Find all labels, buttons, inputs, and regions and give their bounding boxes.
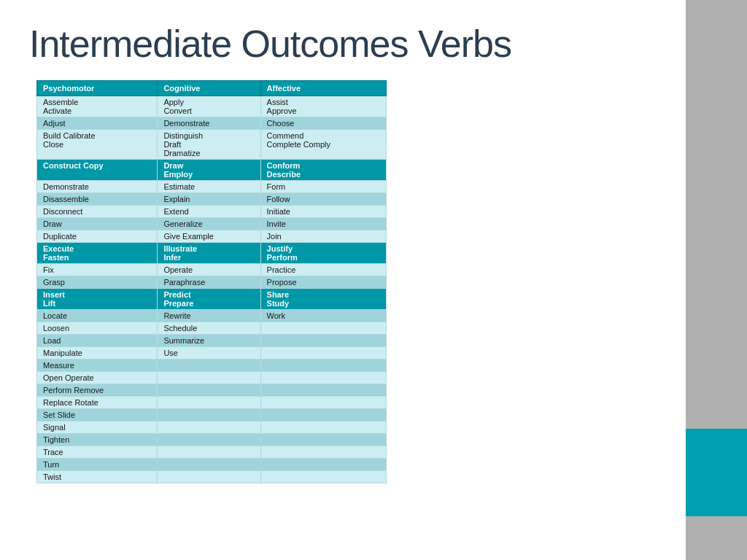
table-row: Construct CopyDrawEmployConformDescribe	[37, 160, 387, 181]
table-cell: Join	[260, 230, 386, 243]
page-title: Intermediate Outcomes Verbs	[29, 22, 657, 66]
table-row: DisconnectExtendInitiate	[37, 206, 387, 218]
table-cell: Operate	[158, 264, 260, 276]
table-row: AssembleActivateApplyConvertAssistApprov…	[37, 96, 387, 117]
table-cell: ShareStudy	[260, 289, 386, 310]
table-cell: Twist	[37, 471, 158, 483]
table-row: GraspParaphrasePropose	[37, 276, 387, 289]
table-cell: Extend	[158, 206, 260, 218]
table-row: DrawGeneralizeInvite	[37, 218, 387, 230]
table-cell: Rewrite	[158, 310, 260, 322]
outcomes-table: Psychomotor Cognitive Affective Assemble…	[36, 80, 387, 483]
table-cell: Tighten	[37, 434, 158, 446]
table-cell: Demonstrate	[158, 117, 260, 130]
table-cell: JustifyPerform	[260, 243, 386, 264]
table-cell: Schedule	[158, 322, 260, 335]
table-row: DemonstrateEstimateForm	[37, 181, 387, 193]
table-row: Twist	[37, 471, 387, 483]
table-cell: Invite	[260, 218, 386, 230]
table-cell: ExecuteFasten	[37, 243, 158, 264]
table-cell: Propose	[260, 276, 386, 289]
table-cell	[158, 434, 260, 446]
table-cell: Disassemble	[37, 193, 158, 206]
table-cell	[158, 384, 260, 397]
table-cell: ApplyConvert	[158, 96, 260, 117]
table-cell	[158, 446, 260, 459]
table-cell: Build CalibrateClose	[37, 130, 158, 160]
table-row: ExecuteFastenIllustrateInferJustifyPerfo…	[37, 243, 387, 264]
table-cell	[260, 347, 386, 359]
table-cell	[260, 397, 386, 409]
table-row: Signal	[37, 421, 387, 434]
table-cell	[158, 471, 260, 483]
table-row: ManipulateUse	[37, 347, 387, 359]
table-cell	[260, 372, 386, 384]
table-row: Trace	[37, 446, 387, 459]
table-cell: Locate	[37, 310, 158, 322]
table-cell: CommendComplete Comply	[260, 130, 386, 160]
table-cell: Open Operate	[37, 372, 158, 384]
table-cell	[260, 434, 386, 446]
table-container: Psychomotor Cognitive Affective Assemble…	[29, 80, 657, 483]
table-cell	[260, 322, 386, 335]
table-cell: ConformDescribe	[260, 160, 386, 181]
table-cell: Explain	[158, 193, 260, 206]
table-row: InsertLiftPredictPrepareShareStudy	[37, 289, 387, 310]
header-cognitive: Cognitive	[158, 81, 260, 96]
table-cell: Disconnect	[37, 206, 158, 218]
table-cell: Signal	[37, 421, 158, 434]
table-cell: Construct Copy	[37, 160, 158, 181]
table-cell: AssistApprove	[260, 96, 386, 117]
table-cell: Adjust	[37, 117, 158, 130]
table-cell	[158, 409, 260, 421]
table-cell	[158, 397, 260, 409]
table-cell: Turn	[37, 459, 158, 471]
table-row: DisassembleExplainFollow	[37, 193, 387, 206]
table-cell: Draw	[37, 218, 158, 230]
table-row: DuplicateGive ExampleJoin	[37, 230, 387, 243]
table-cell: Trace	[37, 446, 158, 459]
table-cell: Loosen	[37, 322, 158, 335]
table-cell: PredictPrepare	[158, 289, 260, 310]
table-cell	[260, 335, 386, 347]
table-row: AdjustDemonstrateChoose	[37, 117, 387, 130]
table-row: Measure	[37, 359, 387, 372]
table-cell	[260, 421, 386, 434]
table-row: LocateRewriteWork	[37, 310, 387, 322]
header-affective: Affective	[260, 81, 386, 96]
table-cell: Choose	[260, 117, 386, 130]
table-cell: Practice	[260, 264, 386, 276]
table-cell	[260, 446, 386, 459]
table-cell	[260, 471, 386, 483]
table-header-row: Psychomotor Cognitive Affective	[37, 81, 387, 96]
table-cell: Manipulate	[37, 347, 158, 359]
table-cell: InsertLift	[37, 289, 158, 310]
sidebar	[686, 0, 747, 560]
table-cell: Perform Remove	[37, 384, 158, 397]
table-cell	[260, 359, 386, 372]
table-cell: IllustrateInfer	[158, 243, 260, 264]
table-cell: Work	[260, 310, 386, 322]
table-cell: Replace Rotate	[37, 397, 158, 409]
table-cell: Grasp	[37, 276, 158, 289]
table-cell	[158, 459, 260, 471]
table-cell: Form	[260, 181, 386, 193]
table-cell: Set Slide	[37, 409, 158, 421]
table-cell: Demonstrate	[37, 181, 158, 193]
table-cell: DrawEmploy	[158, 160, 260, 181]
sidebar-accent	[686, 429, 747, 516]
table-cell	[260, 459, 386, 471]
table-row: Perform Remove	[37, 384, 387, 397]
table-row: Open Operate	[37, 372, 387, 384]
table-cell: DistinguishDraftDramatize	[158, 130, 260, 160]
table-cell: AssembleActivate	[37, 96, 158, 117]
table-row: Build CalibrateCloseDistinguishDraftDram…	[37, 130, 387, 160]
table-cell	[158, 359, 260, 372]
table-cell: Measure	[37, 359, 158, 372]
table-row: Tighten	[37, 434, 387, 446]
header-psychomotor: Psychomotor	[37, 81, 158, 96]
table-cell: Follow	[260, 193, 386, 206]
table-cell	[260, 384, 386, 397]
table-row: Set Slide	[37, 409, 387, 421]
table-cell	[158, 372, 260, 384]
